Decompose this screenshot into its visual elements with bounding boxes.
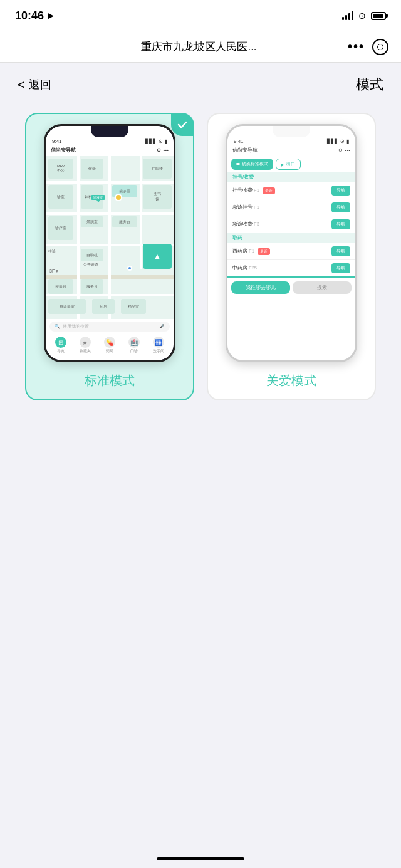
nav-menu-icons[interactable]: ••• bbox=[348, 39, 388, 55]
row-guahaoshoufei: 挂号收费 F1 最近 导航 bbox=[227, 182, 355, 199]
phone-screen-care: 9:41 ▋▋▋ ⊙ ▮ 信尚安导航 ⊙ ••• bbox=[227, 126, 355, 360]
exit-btn: ▶ 出口 bbox=[276, 159, 301, 170]
standard-mode-label: 标准模式 bbox=[85, 372, 135, 389]
phone-app-header: 信尚安导航 ⊙ ••• bbox=[46, 145, 174, 156]
row-zhongyaofang: 中药房 F25 导航 bbox=[227, 260, 355, 278]
location-arrow-icon: ▶ bbox=[48, 11, 53, 20]
row-jizhen-shoufei: 急诊收费 F3 导航 bbox=[227, 216, 355, 233]
care-toggle-bar: ⇄ 切换标准模式 ▶ 出口 bbox=[227, 156, 355, 172]
status-icons: ⊙ bbox=[342, 11, 386, 21]
care-mode-card[interactable]: 9:41 ▋▋▋ ⊙ ▮ 信尚安导航 ⊙ ••• bbox=[207, 113, 376, 400]
phone-screen-standard: 9:41 ▋▋▋ ⊙ ▮ 信尚安导航 ⊙ ••• bbox=[46, 126, 174, 360]
nav-btn-xiyao: 导航 bbox=[331, 246, 350, 256]
care-app-header: 信尚安导航 ⊙ ••• bbox=[227, 145, 355, 156]
nav-title: 重庆市九龙坡区人民医... bbox=[50, 39, 348, 54]
nav-btn-zhongyao: 导航 bbox=[331, 263, 350, 273]
phone-notch bbox=[91, 126, 128, 137]
phone-notch-care bbox=[273, 126, 310, 137]
nav-btn-guahao: 导航 bbox=[331, 186, 350, 196]
back-label: 返回 bbox=[29, 77, 51, 92]
row-xiyaofang: 西药房 F1 最近 导航 bbox=[227, 243, 355, 260]
care-bottom-buttons: 我往哪去哪儿 搜索 bbox=[227, 279, 355, 296]
map-search-bar: 🔍 使用我的位置 🎤 bbox=[49, 322, 170, 332]
standard-mode-phone: 9:41 ▋▋▋ ⊙ ▮ 信尚安导航 ⊙ ••• bbox=[44, 124, 175, 362]
battery-icon bbox=[371, 12, 386, 20]
search-btn: 搜索 bbox=[293, 281, 352, 294]
map-view: MR2办公 候诊 诊室 妇科诊室 候诊室 诊疗室 景观室 服务台 住院楼 图书馆… bbox=[46, 156, 174, 319]
more-options-icon[interactable]: ••• bbox=[348, 39, 365, 54]
toggle-standard-btn: ⇄ 切换标准模式 bbox=[231, 159, 273, 170]
care-mode-label: 关爱模式 bbox=[266, 372, 316, 389]
page-header: < 返回 模式 bbox=[0, 63, 401, 100]
back-chevron-icon: < bbox=[18, 78, 25, 92]
row-jizhen-guahao: 急诊挂号 F1 导航 bbox=[227, 199, 355, 216]
nav-btn-jizhen2: 导航 bbox=[331, 219, 350, 229]
phone-bottom-nav: ⊞ 导览 ★ 收藏夹 💊 药局 🏥 门诊 bbox=[46, 334, 174, 358]
selected-checkmark-badge bbox=[171, 113, 194, 136]
section-quyao: 取药 bbox=[227, 233, 355, 243]
care-mode-phone: 9:41 ▋▋▋ ⊙ ▮ 信尚安导航 ⊙ ••• bbox=[226, 124, 357, 362]
wifi-icon: ⊙ bbox=[358, 11, 366, 21]
status-time: 10:46 ▶ bbox=[15, 9, 53, 23]
mode-page-title: 模式 bbox=[356, 75, 383, 94]
mode-selection-container: 9:41 ▋▋▋ ⊙ ▮ 信尚安导航 ⊙ ••• bbox=[0, 100, 401, 426]
standard-mode-card[interactable]: 9:41 ▋▋▋ ⊙ ▮ 信尚安导航 ⊙ ••• bbox=[25, 113, 194, 400]
back-button[interactable]: < 返回 bbox=[18, 77, 51, 92]
section-guahao: 挂号/收费 bbox=[227, 172, 355, 182]
status-bar: 10:46 ▶ ⊙ bbox=[0, 0, 401, 31]
home-indicator bbox=[157, 857, 244, 860]
nav-btn-jizhen1: 导航 bbox=[331, 202, 350, 212]
scan-icon[interactable] bbox=[372, 39, 388, 55]
signal-icon bbox=[342, 11, 353, 20]
nav-bar: 重庆市九龙坡区人民医... ••• bbox=[0, 31, 401, 63]
where-to-go-btn: 我往哪去哪儿 bbox=[231, 281, 290, 294]
